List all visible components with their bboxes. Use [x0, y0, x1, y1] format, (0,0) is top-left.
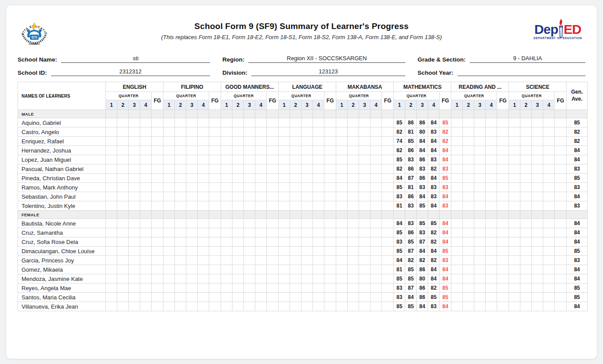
final-grade-cell: [497, 274, 509, 284]
quarter-grade-cell: [543, 201, 555, 211]
final-grade-cell: [209, 284, 221, 293]
quarter-grade-cell: [451, 174, 463, 183]
final-grade-cell: [497, 164, 509, 174]
final-grade-cell: [382, 256, 394, 265]
subject-header-5: MAKABANSA: [336, 82, 394, 92]
quarter-grade-cell: [232, 174, 244, 183]
section-empty-cell: [129, 211, 140, 219]
final-grade-cell: [382, 118, 394, 127]
quarter-grade-cell: [106, 201, 117, 211]
learner-name-cell: Ramos, Mark Anthony: [18, 183, 106, 192]
learner-row: Cruz, Sofia Rose Dela838587828484: [18, 237, 588, 247]
section-empty-cell: [567, 211, 588, 219]
quarter-grade-cell: [302, 164, 313, 174]
quarter-grade-cell: [532, 174, 543, 183]
quarter-number-header: 4: [255, 100, 267, 110]
section-empty-cell: [313, 211, 324, 219]
quarter-grade-cell: [290, 284, 302, 293]
final-grade-cell: [267, 174, 279, 183]
section-empty-cell: [175, 110, 186, 118]
quarter-grade-cell: [279, 293, 290, 302]
quarter-number-header: 4: [371, 100, 382, 110]
field-school-name: School Name: sti: [18, 54, 210, 63]
quarter-grade-cell: [520, 237, 532, 247]
quarter-grade-cell: [232, 237, 244, 247]
general-average-cell: 84: [567, 155, 588, 164]
quarter-grade-cell: 81: [405, 183, 417, 192]
quarter-grade-cell: [336, 183, 348, 192]
quarter-grade-cell: 82: [417, 256, 428, 265]
final-grade-cell: [267, 293, 279, 302]
quarter-grade-cell: [117, 265, 129, 274]
final-grade-cell: [324, 164, 336, 174]
region-input[interactable]: Region XII - SOCCSKSARGEN: [248, 55, 405, 63]
section-empty-cell: [232, 110, 244, 118]
grade-section-input[interactable]: 9 - DAHLIA: [470, 55, 585, 63]
quarter-number-header: 2: [348, 100, 359, 110]
quarter-grade-cell: [474, 183, 486, 192]
quarter-grade-cell: [106, 164, 117, 174]
final-grade-cell: [382, 247, 394, 256]
section-empty-cell: [163, 211, 175, 219]
final-grade-cell: [152, 219, 163, 228]
school-id-input[interactable]: 2312312: [51, 68, 210, 76]
quarter-grade-cell: [463, 265, 474, 274]
division-input[interactable]: 123123: [251, 68, 405, 76]
quarter-grade-cell: [129, 302, 140, 311]
subject-header-7: READING AND ...: [451, 82, 509, 92]
quarter-grade-cell: [509, 174, 520, 183]
section-empty-cell: [555, 110, 567, 118]
quarter-grade-cell: [175, 164, 186, 174]
names-of-learners-header: NAMES OF LEARNERS: [18, 82, 106, 110]
final-grade-cell: 84: [440, 155, 451, 164]
school-year-input[interactable]: [458, 68, 585, 76]
final-grade-cell: 83: [440, 183, 451, 192]
quarter-grade-cell: 84: [428, 201, 440, 211]
general-average-cell: 85: [567, 174, 588, 183]
quarter-grade-cell: [232, 293, 244, 302]
quarter-grade-cell: [244, 192, 255, 201]
quarter-grade-cell: [486, 228, 497, 237]
final-grade-cell: [209, 174, 221, 183]
quarter-grade-cell: 85: [417, 201, 428, 211]
subject-header-1: ENGLISH: [106, 82, 163, 92]
quarter-grade-cell: [359, 274, 371, 284]
quarter-grade-cell: [244, 219, 255, 228]
quarter-grade-cell: [359, 183, 371, 192]
quarter-grade-cell: [290, 118, 302, 127]
quarter-grade-cell: [140, 228, 152, 237]
quarter-grade-cell: [232, 274, 244, 284]
quarter-grade-cell: [232, 228, 244, 237]
learner-row: Cruz, Samantha858683828484: [18, 228, 588, 237]
table-header: NAMES OF LEARNERSENGLISHFILIPINOGOOD MAN…: [18, 82, 588, 110]
final-grade-cell: [497, 137, 509, 146]
quarter-grade-cell: [106, 228, 117, 237]
quarter-grade-cell: [359, 265, 371, 274]
final-grade-cell: [497, 293, 509, 302]
quarter-grade-cell: 85: [405, 274, 417, 284]
quarter-grade-cell: [348, 293, 359, 302]
school-name-input[interactable]: sti: [61, 55, 210, 63]
quarter-grade-cell: [140, 155, 152, 164]
learner-name-cell: Hernandez, Joshua: [18, 146, 106, 155]
general-average-cell: 82: [567, 127, 588, 137]
quarter-grade-cell: 84: [417, 146, 428, 155]
quarter-grade-cell: [348, 237, 359, 247]
quarter-number-header: 1: [279, 100, 290, 110]
quarter-grade-cell: [186, 293, 198, 302]
sti-acronym-text: STI: [31, 35, 37, 40]
quarter-grade-cell: [106, 146, 117, 155]
quarter-grade-cell: [163, 302, 175, 311]
quarter-grade-cell: [221, 219, 232, 228]
quarter-grade-cell: [463, 247, 474, 256]
quarter-grade-cell: 85: [428, 219, 440, 228]
section-empty-cell: [440, 211, 451, 219]
quarter-grade-cell: [509, 127, 520, 137]
quarter-grade-cell: [313, 274, 324, 284]
quarter-grade-cell: [129, 118, 140, 127]
final-grade-cell: [209, 201, 221, 211]
learner-name-cell: Tolentino, Justin Kyle: [18, 201, 106, 211]
quarter-grade-cell: [221, 265, 232, 274]
quarter-grade-cell: [302, 293, 313, 302]
quarter-grade-cell: 85: [428, 293, 440, 302]
